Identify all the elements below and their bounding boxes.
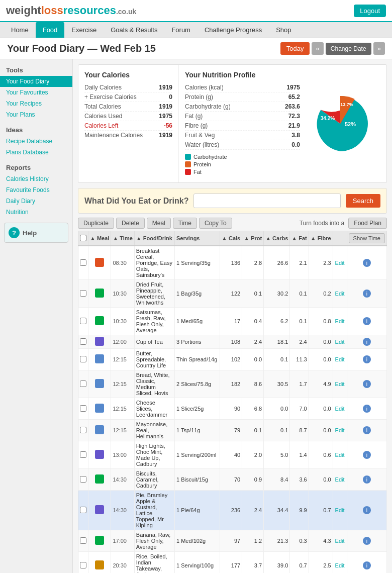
meal-button[interactable]: Meal — [147, 218, 171, 229]
edit-link[interactable]: Edit — [335, 476, 345, 483]
help-box[interactable]: ? Help — [4, 223, 68, 243]
info-button[interactable]: i — [363, 475, 371, 484]
th-time[interactable]: ▲ Time — [111, 231, 134, 246]
row-checkbox-cell[interactable] — [78, 280, 88, 308]
nav-challenge[interactable]: Challenge Progress — [198, 22, 269, 38]
info-button[interactable]: i — [363, 561, 371, 569]
row-checkbox-cell[interactable] — [78, 441, 88, 469]
search-input[interactable] — [193, 194, 340, 208]
row-edit-cell[interactable]: Edit — [333, 370, 347, 398]
row-edit-cell[interactable]: Edit — [333, 246, 347, 280]
select-all-checkbox[interactable] — [80, 235, 86, 241]
food-plan-button[interactable]: Food Plan — [348, 218, 387, 229]
row-checkbox[interactable] — [80, 290, 86, 297]
row-info-cell[interactable]: i — [347, 552, 386, 574]
row-checkbox-cell[interactable] — [78, 398, 88, 420]
info-button[interactable]: i — [363, 317, 371, 325]
today-button[interactable]: Today — [280, 42, 310, 55]
search-button[interactable]: Search — [346, 194, 380, 208]
nav-exercise[interactable]: Exercise — [64, 22, 104, 38]
row-checkbox-cell[interactable] — [78, 420, 88, 441]
th-carbs[interactable]: ▲ Carbs — [264, 231, 290, 246]
logout-button[interactable]: Logout — [354, 5, 386, 17]
sidebar-item-plans[interactable]: Your Plans — [0, 109, 72, 120]
row-info-cell[interactable]: i — [347, 491, 386, 530]
row-edit-cell[interactable]: Edit — [333, 280, 347, 308]
sidebar-item-nutrition[interactable]: Nutrition — [0, 207, 72, 218]
row-checkbox[interactable] — [80, 405, 86, 412]
nav-shop[interactable]: Shop — [269, 22, 298, 38]
row-checkbox-cell[interactable] — [78, 349, 88, 370]
sidebar-item-daily-diary[interactable]: Daily Diary — [0, 196, 72, 207]
row-info-cell[interactable]: i — [347, 398, 386, 420]
edit-link[interactable]: Edit — [335, 562, 345, 568]
info-button[interactable]: i — [363, 259, 371, 267]
info-button[interactable]: i — [363, 338, 371, 346]
next-date-button[interactable]: » — [373, 42, 385, 55]
edit-link[interactable]: Edit — [335, 507, 345, 513]
row-edit-cell[interactable]: Edit — [333, 441, 347, 469]
row-info-cell[interactable]: i — [347, 308, 386, 335]
edit-link[interactable]: Edit — [335, 291, 345, 297]
row-checkbox[interactable] — [80, 537, 86, 544]
th-fibre[interactable]: ▲ Fibre — [309, 231, 333, 246]
edit-link[interactable]: Edit — [335, 339, 345, 345]
sidebar-item-favourites[interactable]: Your Favourites — [0, 87, 72, 98]
row-info-cell[interactable]: i — [347, 370, 386, 398]
row-checkbox[interactable] — [80, 476, 86, 483]
copy-to-button[interactable]: Copy To — [199, 218, 232, 229]
prev-date-button[interactable]: « — [312, 42, 323, 55]
row-info-cell[interactable]: i — [347, 335, 386, 349]
info-button[interactable]: i — [363, 290, 371, 298]
info-button[interactable]: i — [363, 405, 371, 413]
sidebar-item-calories-history[interactable]: Calories History — [0, 173, 72, 184]
info-button[interactable]: i — [363, 426, 371, 434]
row-info-cell[interactable]: i — [347, 469, 386, 491]
row-edit-cell[interactable]: Edit — [333, 308, 347, 335]
th-prot[interactable]: ▲ Prot — [242, 231, 264, 246]
show-time-button[interactable]: Show Time — [349, 233, 385, 243]
edit-link[interactable]: Edit — [335, 356, 345, 362]
time-button[interactable]: Time — [173, 218, 197, 229]
edit-link[interactable]: Edit — [335, 406, 345, 412]
row-checkbox-cell[interactable] — [78, 469, 88, 491]
nav-food[interactable]: Food — [36, 22, 65, 38]
row-edit-cell[interactable]: Edit — [333, 469, 347, 491]
delete-button[interactable]: Delete — [116, 218, 145, 229]
sidebar-item-recipes[interactable]: Your Recipes — [0, 98, 72, 109]
row-edit-cell[interactable]: Edit — [333, 530, 347, 552]
row-checkbox[interactable] — [80, 338, 86, 345]
row-checkbox[interactable] — [80, 562, 86, 568]
sidebar-item-recipe-db[interactable]: Recipe Database — [0, 136, 72, 147]
edit-link[interactable]: Edit — [335, 318, 345, 324]
th-show-time[interactable]: Show Time — [347, 231, 386, 246]
row-checkbox-cell[interactable] — [78, 530, 88, 552]
info-button[interactable]: i — [363, 537, 371, 545]
sidebar-item-plans-db[interactable]: Plans Database — [0, 147, 72, 158]
change-date-button[interactable]: Change Date — [326, 43, 371, 55]
nav-forum[interactable]: Forum — [164, 22, 198, 38]
th-food[interactable]: ▲ Food/Drink — [134, 231, 174, 246]
sidebar-item-favourite-foods[interactable]: Favourite Foods — [0, 184, 72, 196]
info-button[interactable]: i — [363, 451, 371, 459]
row-checkbox[interactable] — [80, 380, 86, 387]
row-checkbox-cell[interactable] — [78, 308, 88, 335]
th-fat[interactable]: ▲ Fat — [290, 231, 309, 246]
row-checkbox-cell[interactable] — [78, 246, 88, 280]
info-button[interactable]: i — [363, 355, 371, 363]
row-checkbox[interactable] — [80, 507, 86, 513]
edit-link[interactable]: Edit — [335, 538, 345, 544]
row-checkbox[interactable] — [80, 427, 86, 433]
row-checkbox-cell[interactable] — [78, 335, 88, 349]
nav-home[interactable]: Home — [4, 22, 36, 38]
row-checkbox[interactable] — [80, 451, 86, 458]
edit-link[interactable]: Edit — [335, 452, 345, 458]
edit-link[interactable]: Edit — [335, 427, 345, 433]
row-info-cell[interactable]: i — [347, 246, 386, 280]
row-info-cell[interactable]: i — [347, 349, 386, 370]
info-button[interactable]: i — [363, 380, 371, 388]
th-meal[interactable]: ▲ Meal — [88, 231, 111, 246]
duplicate-button[interactable]: Duplicate — [78, 218, 114, 229]
sidebar-item-food-diary[interactable]: Your Food Diary — [0, 76, 72, 87]
row-edit-cell[interactable]: Edit — [333, 491, 347, 530]
